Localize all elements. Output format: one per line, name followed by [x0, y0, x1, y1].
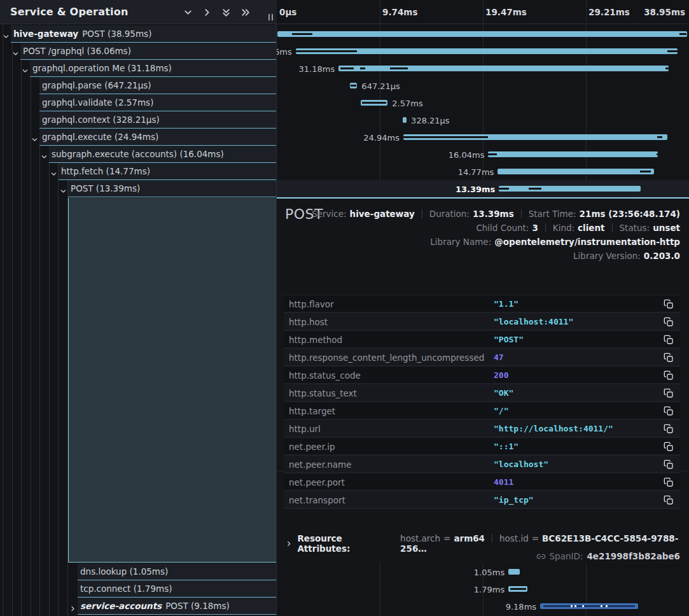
timeline-row[interactable]: 1.79ms	[277, 580, 689, 598]
chevron-down-icon[interactable]	[3, 31, 10, 38]
panel-divider[interactable]	[276, 0, 277, 616]
copy-icon[interactable]	[664, 442, 674, 452]
timeline-panel: 0µs9.74ms19.47ms29.21ms38.95ms 36.06ms31…	[277, 0, 689, 616]
span-bar[interactable]	[403, 134, 667, 140]
attribute-key: http.url	[289, 424, 321, 434]
span-duration-label: 36.06ms	[277, 47, 292, 57]
detail-field-value: 13.39ms	[473, 209, 514, 219]
copy-icon[interactable]	[664, 353, 674, 363]
chevron-down-icon[interactable]	[60, 185, 67, 192]
span-bar[interactable]	[338, 66, 668, 71]
detail-info-line: Service:hive-gatewayDuration:13.39msStar…	[312, 207, 680, 221]
timeline-row[interactable]: 16.04ms	[277, 146, 689, 163]
span-row[interactable]: subgraph.execute (accounts) (16.04ms)	[0, 146, 277, 163]
copy-icon[interactable]	[664, 335, 674, 345]
span-row[interactable]: service-accountsPOST (9.18ms)	[0, 598, 277, 615]
span-bar[interactable]	[499, 186, 641, 192]
child-span-tick	[543, 605, 635, 607]
span-row[interactable]: hive-gatewayPOST (38.95ms)	[0, 25, 277, 43]
copy-icon[interactable]	[664, 477, 674, 487]
attribute-key: http.status_text	[289, 388, 357, 398]
span-bar[interactable]	[540, 603, 638, 609]
chevron-down-icon[interactable]	[50, 168, 57, 175]
expand-all-icon[interactable]	[240, 8, 250, 17]
span-bar[interactable]	[296, 48, 678, 54]
timeline-row[interactable]: 13.39ms	[277, 180, 689, 197]
timeline-row[interactable]: 2.57ms	[277, 94, 689, 111]
child-span-tick	[340, 67, 354, 69]
child-span-tick	[351, 85, 356, 87]
chevron-down-icon[interactable]	[22, 65, 29, 72]
span-bar[interactable]	[508, 586, 527, 592]
collapse-one-icon[interactable]	[183, 8, 193, 17]
chevron-down-icon[interactable]	[41, 151, 48, 158]
detail-info-line: Library Version:0.203.0	[312, 249, 680, 263]
resource-attributes-title: Resource Attributes:	[297, 533, 393, 554]
link-icon[interactable]	[536, 552, 546, 561]
detail-info-line: Child Count:3Kind:clientStatus:unset	[312, 221, 680, 235]
span-row[interactable]: tcp.connect (1.79ms)	[0, 580, 277, 598]
span-row-label: graphql.parse (647.21µs)	[39, 77, 276, 94]
child-span-dot	[606, 605, 608, 607]
span-bar[interactable]	[488, 151, 658, 157]
attribute-value: "ip_tcp"	[494, 495, 534, 505]
attribute-value: 47	[494, 353, 504, 362]
span-row[interactable]: graphql.parse (647.21µs)	[0, 77, 277, 94]
copy-icon[interactable]	[664, 370, 674, 381]
span-bar[interactable]	[277, 31, 687, 37]
span-row[interactable]: dns.lookup (1.05ms)	[0, 563, 277, 580]
span-duration-label: 2.57ms	[392, 99, 422, 108]
operation-name: graphql.operation Me (31.18ms)	[32, 63, 172, 73]
child-span-tick	[362, 102, 386, 104]
timeline-row[interactable]: 14.77ms	[277, 163, 689, 180]
timeline-row[interactable]	[277, 25, 689, 43]
tree-controls	[183, 0, 250, 24]
copy-icon[interactable]	[664, 299, 674, 309]
timeline-row[interactable]: 1.05ms	[277, 563, 689, 580]
span-row[interactable]: http.fetch (14.77ms)	[0, 163, 277, 180]
copy-icon[interactable]	[664, 495, 674, 505]
timeline-row[interactable]: 36.06ms	[277, 43, 689, 60]
detail-field-value: hive-gateway	[350, 209, 415, 219]
span-bar[interactable]	[498, 169, 654, 174]
chevron-down-icon[interactable]	[31, 134, 38, 141]
span-row-label: graphql.operation Me (31.18ms)	[30, 60, 276, 77]
child-span-tick	[529, 188, 541, 190]
timeline-row[interactable]: 647.21µs	[277, 77, 689, 94]
span-bar[interactable]	[508, 569, 519, 575]
operation-name: subgraph.execute (accounts) (16.04ms)	[52, 149, 224, 159]
attribute-key: http.response_content_length_uncompresse…	[289, 353, 484, 363]
span-row-label: tcp.connect (1.79ms)	[78, 580, 276, 598]
chevron-right-icon[interactable]	[69, 603, 76, 610]
span-bar[interactable]	[361, 100, 388, 106]
panel-resize-handle[interactable]	[268, 14, 273, 20]
span-bar[interactable]	[403, 117, 407, 123]
span-row[interactable]: graphql.context (328.21µs)	[0, 111, 277, 129]
span-row[interactable]: graphql.validate (2.57ms)	[0, 94, 277, 111]
collapse-all-icon[interactable]	[221, 8, 231, 17]
service-name: service-accounts	[80, 601, 162, 611]
timeline-row[interactable]: 24.94ms	[277, 129, 689, 146]
copy-icon[interactable]	[664, 459, 674, 470]
span-duration-label: 647.21µs	[361, 81, 400, 91]
copy-icon[interactable]	[664, 317, 674, 327]
chevron-down-icon[interactable]	[12, 48, 19, 55]
expand-one-icon[interactable]	[202, 8, 212, 17]
timeline-row[interactable]: 328.21µs	[277, 111, 689, 129]
attribute-key: http.status_code	[289, 370, 361, 381]
span-row[interactable]: POST (13.39ms)	[0, 180, 277, 197]
timeline-row[interactable]: 31.18ms	[277, 60, 689, 77]
span-row[interactable]: POST /graphql (36.06ms)	[0, 43, 277, 60]
detail-field-label: Child Count:	[476, 223, 529, 233]
copy-icon[interactable]	[664, 388, 674, 398]
child-span-tick	[403, 136, 488, 138]
copy-icon[interactable]	[664, 406, 674, 416]
operation-name: tcp.connect (1.79ms)	[80, 584, 172, 594]
attribute-value: 4011	[494, 477, 513, 487]
span-row[interactable]: graphql.operation Me (31.18ms)	[0, 60, 277, 77]
span-bar[interactable]	[350, 83, 358, 88]
timeline-row[interactable]: 9.18ms	[277, 598, 689, 615]
span-row[interactable]: graphql.execute (24.94ms)	[0, 129, 277, 146]
attribute-row: net.peer.port4011	[284, 473, 680, 491]
copy-icon[interactable]	[664, 424, 674, 434]
